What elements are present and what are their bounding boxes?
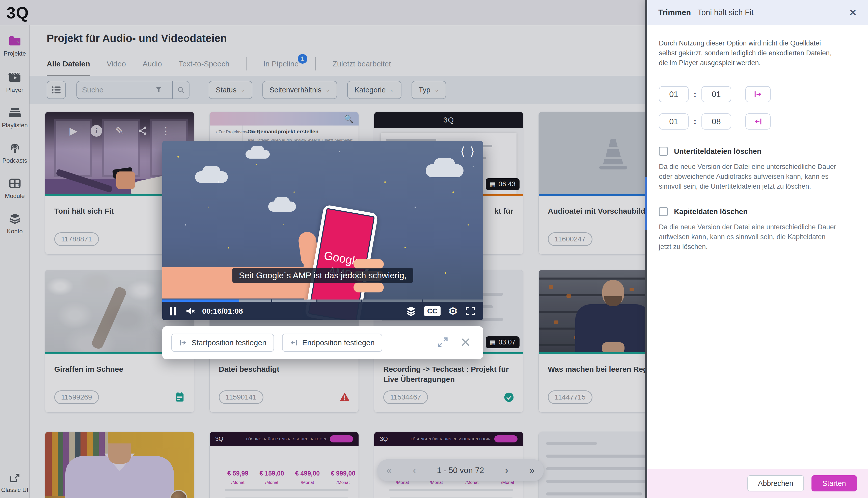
trim-action-bar: Startposition festlegen Endposition fest… — [162, 326, 483, 359]
progress-bar[interactable] — [162, 300, 483, 302]
panel-title: Trimmen — [658, 8, 691, 17]
set-start-position-button[interactable]: Startposition festlegen — [171, 333, 274, 352]
start-minutes-field[interactable] — [659, 86, 689, 102]
end-time-row: : — [659, 114, 856, 130]
skip-start-icon — [754, 90, 762, 99]
app-root: 3Q › Projekte Player Playlisten — [0, 0, 868, 498]
use-player-start-position-button[interactable] — [745, 86, 771, 102]
close-icon[interactable] — [461, 337, 471, 348]
delete-chapters-row: Kapiteldaten löschen — [659, 207, 856, 216]
close-icon[interactable]: ✕ — [849, 7, 857, 18]
layers-icon — [406, 306, 417, 316]
progress-fill — [162, 300, 239, 302]
delete-chapters-checkbox[interactable] — [659, 207, 668, 216]
quality-layers-button[interactable] — [406, 306, 417, 316]
fullscreen-button[interactable] — [465, 306, 476, 316]
checkbox-description: Da die neue Version der Datei eine unter… — [659, 162, 838, 192]
start-button[interactable]: Starten — [812, 475, 857, 492]
end-minutes-field[interactable] — [659, 114, 689, 130]
time-display: 00:16/01:08 — [202, 307, 243, 315]
mute-button[interactable] — [186, 306, 195, 316]
player-controls: 00:16/01:08 CC ⚙ — [162, 302, 483, 320]
captions-button[interactable]: CC — [424, 306, 440, 316]
skip-end-icon — [754, 117, 762, 126]
use-player-end-position-button[interactable] — [745, 114, 771, 130]
embed-code-icon[interactable]: ⟨ ⟩ — [461, 144, 477, 158]
start-time-row: : — [659, 86, 856, 102]
trim-panel-header: Trimmen Toni hält sich Fit ✕ — [647, 0, 868, 25]
panel-subtitle: Toni hält sich Fit — [697, 8, 754, 17]
skip-end-icon — [290, 339, 298, 347]
subtitle-caption: Seit Google´s AMP ist das jedoch schwier… — [232, 268, 413, 283]
scrollbar-thumb[interactable] — [645, 177, 647, 230]
pause-button[interactable] — [170, 307, 178, 315]
end-seconds-field[interactable] — [702, 114, 731, 130]
expand-icon[interactable] — [437, 337, 448, 349]
scrollbar-track[interactable] — [645, 0, 647, 498]
skip-start-icon — [179, 339, 187, 347]
start-seconds-field[interactable] — [702, 86, 731, 102]
settings-gear-icon[interactable]: ⚙ — [448, 305, 458, 317]
cancel-button[interactable]: Abbrechen — [747, 475, 804, 492]
muted-speaker-icon — [186, 306, 195, 316]
checkbox-description: Da die neue Version der Datei eine unter… — [659, 222, 838, 252]
checkbox-label: Untertiteldateien löschen — [674, 147, 761, 156]
delete-subtitles-row: Untertiteldateien löschen — [659, 147, 856, 156]
set-end-position-button[interactable]: Endposition festlegen — [282, 333, 382, 352]
trim-panel-footer: Abbrechen Starten — [647, 469, 868, 498]
delete-subtitles-checkbox[interactable] — [659, 147, 668, 156]
trim-panel: Trimmen Toni hält sich Fit ✕ Durch Nutzu… — [647, 0, 868, 498]
video-player-modal[interactable]: Google AMP ⟨ ⟩ Seit Google´s AMP ist das… — [162, 141, 483, 320]
checkbox-label: Kapiteldaten löschen — [674, 208, 748, 216]
trim-description: Durch Nutzung dieser Option wird nicht d… — [659, 38, 836, 68]
fullscreen-icon — [465, 306, 476, 316]
